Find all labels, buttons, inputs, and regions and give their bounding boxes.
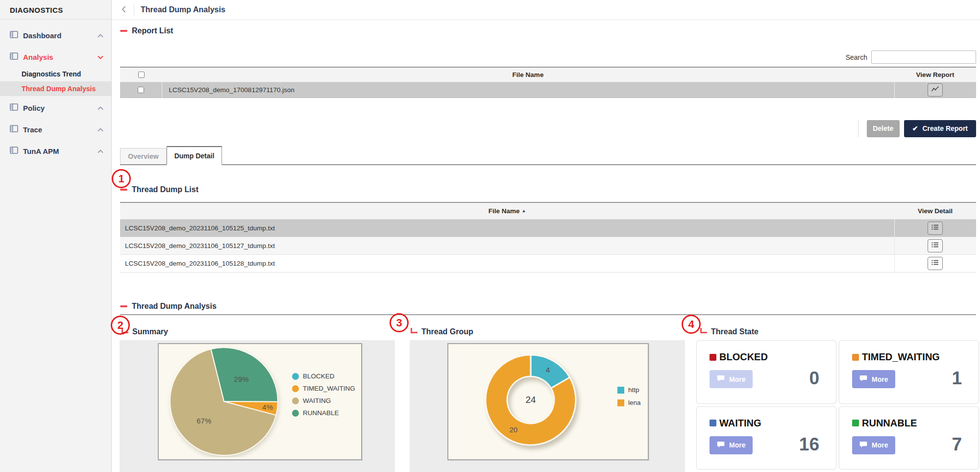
thread-state-grid: BLOCKED More 0 TIMED_WAITING More 1 WAIT… bbox=[696, 340, 979, 470]
sidebar-title: DIAGNOSTICS bbox=[0, 0, 111, 20]
chevron-down-icon bbox=[98, 52, 103, 61]
report-table-row[interactable]: LCSC15V208_demo_1700812971170.json bbox=[120, 82, 976, 98]
sidebar-item-thread-dump-analysis[interactable]: Thread Dump Analysis bbox=[0, 81, 111, 96]
speech-bubble-icon bbox=[717, 375, 725, 383]
section-title: Report List bbox=[132, 26, 173, 35]
sidebar-menu: Dashboard Analysis Diagnostics Trend Thr… bbox=[0, 25, 111, 161]
corner-dash-icon bbox=[411, 328, 417, 333]
back-button[interactable] bbox=[119, 6, 128, 15]
legend-item-timed_waiting[interactable]: TIMED_WAITING bbox=[292, 385, 355, 392]
legend-swatch bbox=[617, 387, 624, 394]
pie-slice-value: 67% bbox=[196, 417, 211, 425]
legend-swatch bbox=[617, 399, 624, 406]
section-title: Thread Dump List bbox=[132, 185, 198, 194]
tab-dump-detail[interactable]: Dump Detail bbox=[167, 146, 222, 165]
legend-label: lena bbox=[628, 399, 641, 406]
button-divider bbox=[858, 120, 858, 137]
more-button[interactable]: More bbox=[710, 436, 753, 454]
state-label-row: BLOCKED bbox=[710, 351, 768, 363]
legend-swatch bbox=[292, 385, 299, 392]
view-detail-cell bbox=[894, 219, 976, 237]
donut-slice-value: 20 bbox=[510, 425, 518, 434]
speech-bubble-icon bbox=[859, 375, 867, 383]
page-title: Thread Dump Analysis bbox=[141, 5, 225, 14]
state-value: 1 bbox=[952, 368, 962, 389]
more-label: More bbox=[872, 375, 888, 383]
line-chart-icon bbox=[931, 86, 939, 94]
pie-legend: BLOCKEDTIMED_WAITINGWAITINGRUNNABLE bbox=[292, 373, 355, 417]
pie-slice-value: 29% bbox=[234, 375, 248, 383]
legend-item-http[interactable]: http bbox=[617, 386, 641, 394]
legend-item-blocked[interactable]: BLOCKED bbox=[292, 373, 355, 380]
thread-dump-table: File Name▲ View Detail LCSC15V208_demo_2… bbox=[120, 202, 976, 273]
window-icon bbox=[10, 52, 18, 62]
sidebar-item-policy[interactable]: Policy bbox=[0, 98, 111, 118]
annotation-circle-2: 2 bbox=[111, 316, 130, 335]
view-report-button[interactable] bbox=[928, 83, 943, 97]
annotation-circle-4: 4 bbox=[682, 315, 701, 334]
legend-item-waiting[interactable]: WAITING bbox=[292, 397, 355, 404]
state-label: WAITING bbox=[719, 418, 761, 429]
view-detail-cell bbox=[894, 254, 976, 272]
section-dash-icon bbox=[120, 30, 127, 32]
sidebar-item-label: Analysis bbox=[23, 53, 98, 61]
sidebar-item-label: Diagnostics Trend bbox=[22, 70, 81, 78]
sidebar-item-analysis[interactable]: Analysis bbox=[0, 47, 111, 67]
panel-title: Thread State bbox=[711, 327, 759, 336]
legend-item-runnable[interactable]: RUNNABLE bbox=[292, 409, 355, 417]
row-checkbox[interactable] bbox=[138, 87, 144, 93]
dump-file-name: LCSC15V208_demo_20231106_105125_tdump.tx… bbox=[120, 219, 894, 237]
legend-label: WAITING bbox=[303, 397, 331, 404]
state-color-swatch bbox=[852, 354, 859, 361]
view-detail-button[interactable] bbox=[928, 222, 943, 235]
more-button[interactable]: More bbox=[852, 370, 895, 388]
annotation-circle-1: 1 bbox=[112, 169, 131, 188]
dump-file-name: LCSC15V208_demo_20231106_105128_tdump.tx… bbox=[120, 254, 894, 272]
state-value: 7 bbox=[952, 434, 962, 455]
column-file-name-sortable[interactable]: File Name▲ bbox=[120, 202, 894, 219]
create-report-button[interactable]: ✔ Create Report bbox=[904, 120, 976, 137]
view-detail-button[interactable] bbox=[928, 257, 943, 270]
sidebar-item-trace[interactable]: Trace bbox=[0, 120, 111, 139]
state-card-timed-waiting: TIMED_WAITING More 1 bbox=[839, 340, 979, 404]
sidebar-item-dashboard[interactable]: Dashboard bbox=[0, 25, 111, 45]
window-icon bbox=[10, 147, 18, 156]
report-actions: Delete ✔ Create Report bbox=[858, 120, 976, 137]
corner-dash-icon bbox=[700, 328, 707, 333]
more-label: More bbox=[729, 375, 745, 383]
dump-row[interactable]: LCSC15V208_demo_20231106_105128_tdump.tx… bbox=[120, 254, 976, 272]
view-report-cell bbox=[894, 82, 976, 98]
section-divider bbox=[120, 314, 976, 315]
more-label: More bbox=[729, 441, 745, 449]
legend-item-lena[interactable]: lena bbox=[617, 399, 641, 406]
state-card-runnable: RUNNABLE More 7 bbox=[839, 406, 979, 470]
section-title: Thread Dump Analysis bbox=[132, 302, 217, 311]
state-color-swatch bbox=[852, 420, 859, 426]
pie-slice-value: 4% bbox=[263, 403, 273, 411]
window-icon bbox=[10, 31, 18, 40]
topbar-divider bbox=[134, 3, 134, 16]
dump-row[interactable]: LCSC15V208_demo_20231106_105127_tdump.tx… bbox=[120, 237, 976, 254]
legend-swatch bbox=[292, 410, 299, 417]
donut-center-total: 24 bbox=[525, 395, 536, 405]
select-all-checkbox[interactable] bbox=[138, 72, 145, 78]
more-button[interactable]: More bbox=[852, 436, 895, 454]
delete-button[interactable]: Delete bbox=[867, 120, 900, 137]
search-input[interactable] bbox=[871, 50, 976, 64]
topbar: Thread Dump Analysis bbox=[112, 0, 980, 20]
sidebar-item-tuna-apm[interactable]: TunA APM bbox=[0, 141, 111, 161]
tab-overview[interactable]: Overview bbox=[120, 148, 167, 164]
sidebar-item-label: TunA APM bbox=[23, 147, 98, 155]
state-label-row: RUNNABLE bbox=[852, 418, 917, 429]
report-table: File Name View Report LCSC15V208_demo_17… bbox=[120, 67, 976, 98]
annotation-circle-3: 3 bbox=[390, 313, 409, 332]
sidebar-item-diagnostics-trend[interactable]: Diagnostics Trend bbox=[0, 67, 111, 81]
state-value: 16 bbox=[799, 434, 819, 455]
dump-row-selected[interactable]: LCSC15V208_demo_20231106_105125_tdump.tx… bbox=[120, 219, 976, 237]
more-button[interactable]: More bbox=[710, 370, 753, 388]
summary-panel: 29%4%67% BLOCKEDTIMED_WAITINGWAITINGRUNN… bbox=[120, 340, 395, 472]
view-detail-button[interactable] bbox=[928, 239, 943, 252]
sidebar-item-label: Dashboard bbox=[23, 31, 98, 40]
report-list-header: Report List bbox=[120, 26, 173, 35]
state-label: RUNNABLE bbox=[862, 418, 917, 429]
